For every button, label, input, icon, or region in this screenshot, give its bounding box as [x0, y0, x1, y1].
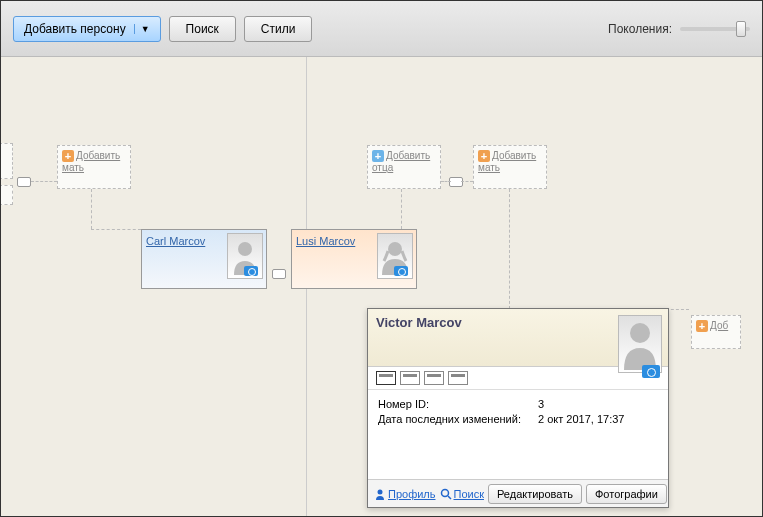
- camera-icon[interactable]: [394, 266, 408, 276]
- popup-person-name: Victor Marcov: [376, 315, 462, 330]
- popup-footer: Профиль Поиск Редактировать Фотографии: [368, 479, 668, 507]
- tree-canvas[interactable]: +Добавить мать +Добавить отца +Добавить …: [1, 57, 762, 517]
- dropdown-arrow-icon[interactable]: ▼: [134, 24, 150, 34]
- detail-row: Номер ID: 3: [378, 398, 658, 410]
- search-button[interactable]: Поиск: [169, 16, 236, 42]
- id-label: Номер ID:: [378, 398, 538, 410]
- join-node: [17, 177, 31, 187]
- slider-thumb[interactable]: [736, 21, 746, 37]
- person-icon: [374, 488, 386, 500]
- generations-control: Поколения:: [608, 22, 750, 36]
- add-person-button[interactable]: Добавить персону ▼: [13, 16, 161, 42]
- profile-link[interactable]: Профиль: [374, 488, 436, 500]
- person-name-link[interactable]: Lusi Marcov: [296, 235, 355, 247]
- tab-notes-icon[interactable]: [448, 371, 468, 385]
- person-card-carl[interactable]: Carl Marcov: [141, 229, 267, 289]
- search-label: Поиск: [454, 488, 484, 500]
- photos-button[interactable]: Фотографии: [586, 484, 667, 504]
- generations-label: Поколения:: [608, 22, 672, 36]
- plus-icon: +: [372, 150, 384, 162]
- join-node: [449, 177, 463, 187]
- toolbar: Добавить персону ▼ Поиск Стили Поколения…: [1, 1, 762, 57]
- id-value: 3: [538, 398, 544, 410]
- generations-slider[interactable]: [680, 27, 750, 31]
- svg-point-2: [630, 323, 650, 343]
- tab-media-icon[interactable]: [400, 371, 420, 385]
- connector: [91, 229, 141, 230]
- add-person-label: Добавить персону: [24, 22, 126, 36]
- popup-header: Victor Marcov: [368, 309, 668, 367]
- avatar: [227, 233, 263, 279]
- connector: [401, 189, 402, 229]
- tab-events-icon[interactable]: [424, 371, 444, 385]
- svg-point-0: [238, 242, 252, 256]
- camera-icon[interactable]: [244, 266, 258, 276]
- plus-icon: +: [478, 150, 490, 162]
- connector: [509, 189, 510, 309]
- popup-details: Номер ID: 3 Дата последних изменений: 2 …: [368, 390, 668, 436]
- svg-point-1: [388, 242, 402, 256]
- person-card-lusi[interactable]: Lusi Marcov: [291, 229, 417, 289]
- add-link[interactable]: Доб: [710, 320, 728, 331]
- edge-placeholder: [0, 185, 13, 205]
- svg-point-4: [441, 489, 448, 496]
- camera-icon[interactable]: [642, 365, 660, 378]
- person-popup: Victor Marcov Номер ID: 3 Дата последних…: [367, 308, 669, 508]
- person-name-link[interactable]: Carl Marcov: [146, 235, 205, 247]
- connector: [91, 189, 92, 229]
- search-link[interactable]: Поиск: [440, 488, 484, 500]
- add-father-placeholder[interactable]: +Добавить отца: [367, 145, 441, 189]
- styles-button[interactable]: Стили: [244, 16, 313, 42]
- connector: [441, 181, 451, 182]
- edit-button[interactable]: Редактировать: [488, 484, 582, 504]
- plus-icon: +: [696, 320, 708, 332]
- plus-icon: +: [62, 150, 74, 162]
- profile-label: Профиль: [388, 488, 436, 500]
- join-node: [272, 269, 286, 279]
- date-label: Дата последних изменений:: [378, 413, 538, 425]
- connector: [31, 181, 57, 182]
- svg-point-3: [378, 489, 383, 494]
- tab-details-icon[interactable]: [376, 371, 396, 385]
- magnifier-icon: [440, 488, 452, 500]
- date-value: 2 окт 2017, 17:37: [538, 413, 624, 425]
- connector: [461, 181, 473, 182]
- edge-placeholder: [0, 143, 13, 179]
- person-silhouette-icon: [619, 316, 661, 370]
- add-mother-placeholder[interactable]: +Добавить мать: [57, 145, 131, 189]
- avatar: [377, 233, 413, 279]
- add-placeholder-edge[interactable]: +Доб: [691, 315, 741, 349]
- svg-line-5: [448, 496, 451, 499]
- detail-row: Дата последних изменений: 2 окт 2017, 17…: [378, 413, 658, 425]
- add-mother-placeholder-2[interactable]: +Добавить мать: [473, 145, 547, 189]
